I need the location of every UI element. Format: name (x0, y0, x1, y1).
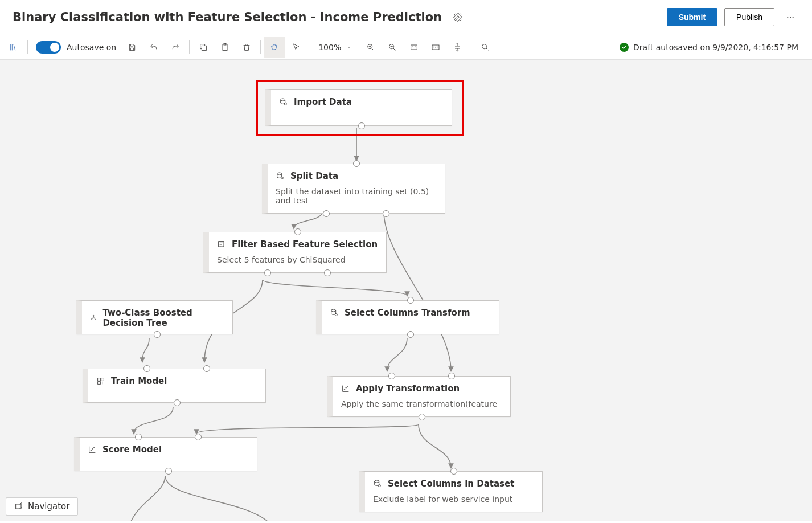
navigator-label: Navigator (28, 501, 69, 512)
save-button[interactable] (122, 37, 142, 58)
more-button[interactable] (781, 8, 799, 26)
output-port[interactable] (419, 414, 425, 420)
settings-button[interactable] (449, 8, 467, 26)
output-port-1[interactable] (264, 269, 271, 276)
input-port[interactable] (353, 160, 360, 167)
status-text: Draft autosaved on 9/9/2020, 4:16:57 PM (633, 43, 798, 52)
input-port[interactable] (450, 468, 457, 475)
select-button[interactable] (286, 37, 306, 58)
redo-button[interactable] (165, 37, 186, 58)
svg-point-11 (482, 44, 487, 49)
one-to-one-icon (431, 43, 440, 52)
output-port[interactable] (174, 399, 181, 406)
node-title: Split Data (290, 171, 338, 181)
svg-rect-24 (98, 382, 101, 385)
zoom-in-button[interactable] (360, 37, 381, 58)
separator (27, 40, 28, 54)
pipeline-canvas[interactable]: Import Data Split Data Split the dataset… (0, 60, 812, 521)
autosave-toggle[interactable] (36, 41, 61, 54)
actual-size-button[interactable] (425, 37, 446, 58)
output-port-2[interactable] (324, 269, 331, 276)
output-port-2[interactable] (383, 210, 389, 217)
gear-icon (453, 13, 462, 22)
library-button[interactable] (3, 37, 24, 58)
node-split-data[interactable]: Split Data Split the dataset into traini… (262, 164, 445, 214)
node-select-columns-transform[interactable]: Select Columns Transform (316, 300, 499, 334)
svg-point-13 (284, 103, 286, 105)
zoom-out-button[interactable] (382, 37, 403, 58)
database-icon (276, 171, 285, 181)
input-port-2[interactable] (203, 365, 210, 372)
output-port-1[interactable] (323, 210, 330, 217)
input-port-1[interactable] (388, 373, 395, 379)
node-import-data[interactable]: Import Data (265, 89, 452, 126)
paste-button[interactable] (215, 37, 235, 58)
node-score-model[interactable]: Score Model (74, 437, 257, 471)
model-icon (96, 377, 105, 386)
page-title: Binary Classification with Feature Selec… (13, 10, 442, 24)
node-filter-feature-selection[interactable]: Filter Based Feature Selection Select 5 … (203, 232, 387, 273)
more-icon (786, 13, 795, 22)
node-subtitle: Apply the same transformation(feature (341, 399, 502, 408)
autosave-group: Autosave on (31, 41, 121, 54)
input-port-1[interactable] (143, 365, 150, 372)
input-port-2[interactable] (448, 373, 455, 379)
node-select-columns-in-dataset[interactable]: Select Columns in Dataset Exclude label … (359, 471, 543, 512)
chevron-down-icon (347, 43, 351, 52)
svg-point-25 (344, 389, 345, 390)
svg-point-12 (281, 99, 285, 101)
list-filter-icon (217, 240, 226, 249)
svg-point-27 (347, 386, 348, 387)
header: Binary Classification with Feature Selec… (0, 0, 812, 35)
node-title: Import Data (294, 97, 352, 107)
scatter-icon (341, 384, 350, 393)
node-apply-transformation[interactable]: Apply Transformation Apply the same tran… (327, 376, 511, 417)
svg-point-31 (375, 480, 379, 483)
navigator-icon (14, 502, 23, 511)
fit-button[interactable] (404, 37, 424, 58)
output-port[interactable] (358, 122, 365, 129)
svg-point-26 (346, 387, 346, 388)
submit-button[interactable]: Submit (667, 8, 717, 26)
navigator-button[interactable]: Navigator (6, 497, 78, 516)
node-boosted-decision-tree[interactable]: Two-Class Boosted Decision Tree (76, 300, 233, 334)
publish-button[interactable]: Publish (724, 8, 774, 26)
node-title: Select Columns Transform (345, 308, 470, 318)
output-port[interactable] (154, 331, 161, 338)
autolayout-button[interactable] (447, 37, 467, 58)
svg-point-2 (790, 17, 791, 18)
zoom-in-icon (366, 43, 375, 52)
database-icon (279, 97, 288, 107)
copy-button[interactable] (193, 37, 214, 58)
trash-icon (242, 43, 251, 52)
svg-point-21 (335, 313, 337, 316)
input-port[interactable] (407, 297, 414, 304)
svg-point-20 (331, 309, 336, 312)
svg-rect-4 (202, 46, 207, 50)
svg-point-3 (793, 17, 794, 18)
zoom-dropdown[interactable] (343, 37, 355, 58)
search-button[interactable] (475, 37, 495, 58)
input-port-1[interactable] (135, 434, 142, 440)
input-port-2[interactable] (195, 434, 202, 440)
fit-icon (409, 43, 419, 52)
delete-button[interactable] (236, 37, 257, 58)
pan-button[interactable] (264, 37, 285, 58)
separator (471, 40, 471, 54)
output-port[interactable] (407, 331, 414, 338)
node-title: Score Model (102, 444, 162, 455)
autolayout-icon (453, 43, 462, 52)
input-port[interactable] (294, 228, 301, 235)
database-icon (373, 479, 382, 488)
undo-button[interactable] (143, 37, 164, 58)
library-icon (9, 43, 18, 52)
hand-icon (270, 43, 279, 52)
svg-point-30 (94, 447, 95, 448)
output-port[interactable] (165, 468, 172, 475)
svg-rect-23 (101, 378, 104, 381)
node-subtitle: Split the dataset into training set (0.5… (276, 187, 437, 205)
node-train-model[interactable]: Train Model (83, 369, 266, 403)
node-subtitle: Exclude label for web service input (373, 495, 534, 504)
toolbar: Autosave on 100% (0, 35, 812, 60)
node-title: Select Columns in Dataset (388, 479, 514, 489)
